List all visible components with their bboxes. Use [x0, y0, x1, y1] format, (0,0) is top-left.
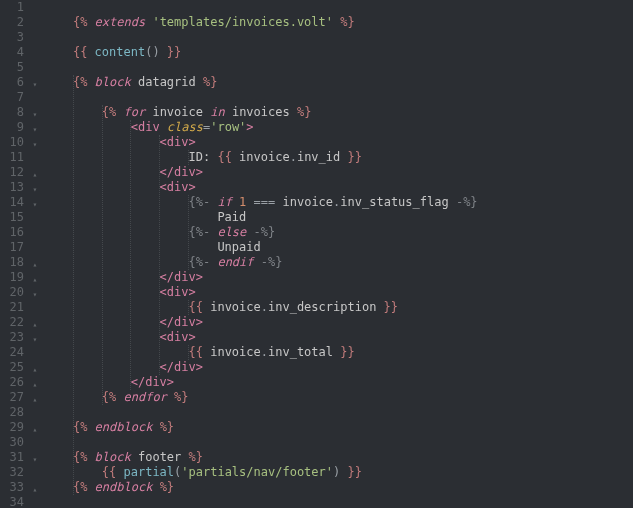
line-number: 28	[0, 405, 24, 420]
fold-marker-icon[interactable]: ▴	[31, 167, 39, 182]
fold-marker-icon[interactable]: ▾	[31, 137, 39, 152]
line-number: 34	[0, 495, 24, 508]
code-line[interactable]: {% endblock %}	[44, 420, 633, 435]
code-line[interactable]: {% block footer %}	[44, 450, 633, 465]
line-number: 18	[0, 255, 24, 270]
code-line[interactable]: </div>	[44, 165, 633, 180]
fold-marker-icon[interactable]: ▾	[31, 77, 39, 92]
fold-marker-icon[interactable]: ▴	[31, 257, 39, 272]
fold-marker-icon[interactable]: ▴	[31, 317, 39, 332]
fold-marker-icon[interactable]: ▴	[31, 377, 39, 392]
code-line[interactable]: {%- else -%}	[44, 225, 633, 240]
code-area[interactable]: {% extends 'templates/invoices.volt' %} …	[40, 0, 633, 508]
line-number: 31	[0, 450, 24, 465]
fold-marker-icon[interactable]: ▴	[31, 362, 39, 377]
code-editor[interactable]: 1234567891011121314151617181920212223242…	[0, 0, 633, 508]
code-line[interactable]	[44, 30, 633, 45]
line-number: 33	[0, 480, 24, 495]
code-line[interactable]: {{ partial('partials/nav/footer') }}	[44, 465, 633, 480]
code-line[interactable]: </div>	[44, 270, 633, 285]
line-number: 5	[0, 60, 24, 75]
line-number: 9	[0, 120, 24, 135]
line-number-gutter: 1234567891011121314151617181920212223242…	[0, 0, 30, 508]
code-line[interactable]: Unpaid	[44, 240, 633, 255]
line-number: 29	[0, 420, 24, 435]
code-line[interactable]: Paid	[44, 210, 633, 225]
code-line[interactable]: {% extends 'templates/invoices.volt' %}	[44, 15, 633, 30]
code-line[interactable]: </div>	[44, 375, 633, 390]
code-line[interactable]	[44, 495, 633, 508]
line-number: 4	[0, 45, 24, 60]
line-number: 11	[0, 150, 24, 165]
fold-marker-icon[interactable]: ▴	[31, 392, 39, 407]
code-line[interactable]	[44, 435, 633, 450]
line-number: 2	[0, 15, 24, 30]
code-line[interactable]: ID: {{ invoice.inv_id }}	[44, 150, 633, 165]
code-line[interactable]: {%- if 1 === invoice.inv_status_flag -%}	[44, 195, 633, 210]
fold-marker-icon[interactable]: ▾	[31, 107, 39, 122]
fold-marker-icon[interactable]: ▾	[31, 287, 39, 302]
fold-gutter[interactable]: ▾▾▾▾▴▾▾▴▴▾▴▾▴▴▴▴▾▴	[30, 0, 40, 508]
line-number: 23	[0, 330, 24, 345]
code-line[interactable]	[44, 60, 633, 75]
code-line[interactable]: {% endblock %}	[44, 480, 633, 495]
code-line[interactable]: {{ content() }}	[44, 45, 633, 60]
code-line[interactable]	[44, 0, 633, 15]
line-number: 17	[0, 240, 24, 255]
code-line[interactable]: <div>	[44, 135, 633, 150]
line-number: 12	[0, 165, 24, 180]
code-line[interactable]	[44, 90, 633, 105]
fold-marker-icon[interactable]: ▴	[31, 482, 39, 497]
line-number: 21	[0, 300, 24, 315]
fold-marker-icon[interactable]: ▾	[31, 197, 39, 212]
code-line[interactable]: {% for invoice in invoices %}	[44, 105, 633, 120]
code-line[interactable]: </div>	[44, 315, 633, 330]
line-number: 30	[0, 435, 24, 450]
code-line[interactable]: {% endfor %}	[44, 390, 633, 405]
line-number: 32	[0, 465, 24, 480]
code-line[interactable]: </div>	[44, 360, 633, 375]
code-line[interactable]: <div>	[44, 330, 633, 345]
code-line[interactable]: <div>	[44, 285, 633, 300]
line-number: 14	[0, 195, 24, 210]
line-number: 1	[0, 0, 24, 15]
line-number: 25	[0, 360, 24, 375]
line-number: 6	[0, 75, 24, 90]
line-number: 20	[0, 285, 24, 300]
line-number: 10	[0, 135, 24, 150]
line-number: 24	[0, 345, 24, 360]
line-number: 3	[0, 30, 24, 45]
line-number: 16	[0, 225, 24, 240]
fold-marker-icon[interactable]: ▴	[31, 272, 39, 287]
code-line[interactable]: <div>	[44, 180, 633, 195]
line-number: 26	[0, 375, 24, 390]
line-number: 22	[0, 315, 24, 330]
code-line[interactable]: {{ invoice.inv_description }}	[44, 300, 633, 315]
fold-marker-icon[interactable]: ▾	[31, 182, 39, 197]
line-number: 8	[0, 105, 24, 120]
line-number: 27	[0, 390, 24, 405]
fold-marker-icon[interactable]: ▾	[31, 122, 39, 137]
line-number: 7	[0, 90, 24, 105]
fold-marker-icon[interactable]: ▾	[31, 332, 39, 347]
code-line[interactable]: {% block datagrid %}	[44, 75, 633, 90]
fold-marker-icon[interactable]: ▾	[31, 452, 39, 467]
line-number: 15	[0, 210, 24, 225]
fold-marker-icon[interactable]: ▴	[31, 422, 39, 437]
code-line[interactable]: {{ invoice.inv_total }}	[44, 345, 633, 360]
line-number: 19	[0, 270, 24, 285]
code-line[interactable]	[44, 405, 633, 420]
code-line[interactable]: <div class='row'>	[44, 120, 633, 135]
code-line[interactable]: {%- endif -%}	[44, 255, 633, 270]
line-number: 13	[0, 180, 24, 195]
